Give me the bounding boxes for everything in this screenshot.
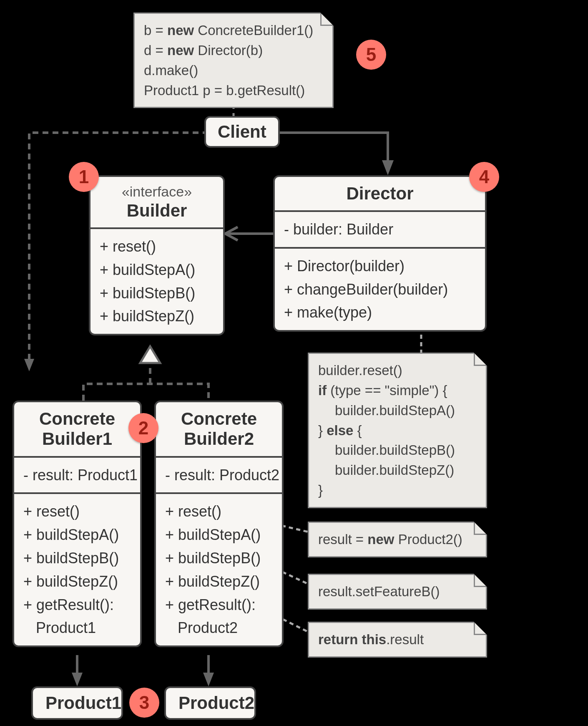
cb1-methods: + reset() + buildStepA() + buildStepB() … (14, 494, 140, 645)
director-fields: - builder: Builder (275, 212, 485, 249)
cb2-methods: + reset() + buildStepA() + buildStepB() … (156, 494, 282, 645)
note-getresult: return this.result (308, 622, 487, 658)
svg-marker-1 (24, 359, 34, 371)
builder-methods: + reset() + buildStepA() + buildStepB() … (90, 229, 223, 334)
svg-marker-15 (72, 673, 83, 686)
class-director: Director - builder: Builder + Director(b… (273, 175, 487, 332)
badge-2: 2 (128, 413, 158, 443)
note-make-body: builder.reset() if (type == "simple") { … (308, 353, 487, 508)
badge-3: 3 (129, 688, 159, 718)
note-fold-icon (474, 574, 487, 587)
note-client-code: b = new ConcreteBuilder1() d = new Direc… (133, 13, 334, 108)
director-title: Director (275, 177, 485, 212)
badge-1: 1 (69, 162, 99, 192)
cb2-fields: - result: Product2 (156, 458, 282, 494)
builder-title: «interface» Builder (90, 177, 223, 229)
note-reset: result = new Product2() (308, 522, 487, 557)
class-client: Client (204, 116, 280, 148)
badge-5: 5 (356, 40, 386, 70)
cb1-fields: - result: Product1 (14, 458, 140, 494)
director-methods: + Director(builder) + changeBuilder(buil… (275, 249, 485, 330)
cb1-title: ConcreteBuilder1 (14, 402, 140, 458)
class-concrete-builder1: ConcreteBuilder1 - result: Product1 + re… (13, 401, 142, 647)
note-stepb: result.setFeatureB() (308, 574, 487, 610)
class-concrete-builder2: ConcreteBuilder2 - result: Product2 + re… (154, 401, 284, 647)
class-product2: Product2 (164, 686, 256, 720)
svg-marker-6 (140, 346, 160, 363)
svg-marker-17 (203, 673, 214, 686)
cb2-title: ConcreteBuilder2 (156, 402, 282, 458)
note-fold-icon (474, 353, 487, 366)
note-fold-icon (320, 13, 334, 26)
class-product1: Product1 (31, 686, 123, 720)
interface-builder: «interface» Builder + reset() + buildSte… (89, 175, 225, 335)
badge-4: 4 (469, 162, 499, 192)
note-fold-icon (474, 522, 487, 535)
note-fold-icon (474, 622, 487, 635)
svg-marker-2 (382, 160, 394, 175)
